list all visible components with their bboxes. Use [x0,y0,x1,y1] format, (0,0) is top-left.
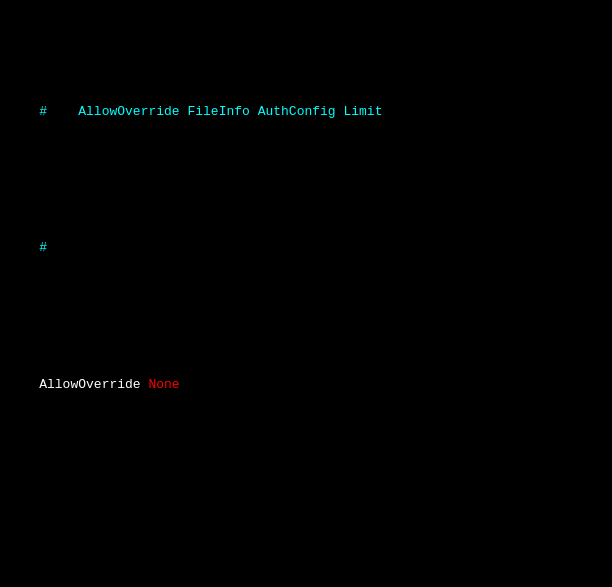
code-line-2: # [0,219,612,278]
code-line-4 [0,492,612,512]
code-line-3: AllowOverride None [0,355,612,414]
line-text: # [39,240,47,255]
keyword-none: None [148,377,179,392]
line-text: AllowOverride None [39,377,179,392]
code-editor: # AllowOverride FileInfo AuthConfig Limi… [0,0,612,587]
code-line-1: # AllowOverride FileInfo AuthConfig Limi… [0,82,612,141]
line-text: # AllowOverride FileInfo AuthConfig Limi… [39,104,382,119]
